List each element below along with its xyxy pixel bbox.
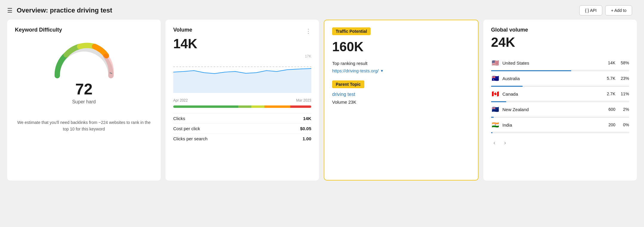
country-row: 🇺🇸 United States 14K 58% bbox=[491, 56, 629, 70]
parent-topic-link[interactable]: driving test bbox=[332, 92, 470, 97]
country-pct: 58% bbox=[618, 60, 629, 65]
volume-chart: 17K bbox=[173, 54, 311, 96]
traffic-badge: Traffic Potential bbox=[332, 27, 371, 35]
country-volume: 14K bbox=[603, 60, 615, 65]
flag-icon: 🇺🇸 bbox=[491, 59, 499, 66]
stat-label: Clicks bbox=[173, 114, 277, 124]
page-title: Overview: practice driving test bbox=[17, 7, 112, 14]
gauge-chart bbox=[51, 41, 117, 80]
kd-value: 72 bbox=[75, 80, 93, 98]
country-pct: 0% bbox=[618, 122, 629, 127]
prev-page-button[interactable]: ‹ bbox=[491, 139, 498, 147]
cards-row: Keyword Difficulty 72 Super hard W bbox=[0, 20, 644, 188]
country-name: Canada bbox=[502, 91, 600, 97]
volume-title: Volume bbox=[173, 27, 192, 33]
pagination-row: ‹ › bbox=[491, 139, 629, 147]
volume-card: Volume ⋮ 14K 17K Apr 2022 Mar 2023 bbox=[165, 20, 319, 181]
header-buttons: { } API + Add to bbox=[579, 5, 632, 15]
hamburger-icon[interactable]: ☰ bbox=[7, 7, 13, 14]
parent-topic-badge: Parent Topic bbox=[332, 80, 364, 88]
table-row: Clicks 14K bbox=[173, 114, 311, 124]
global-title: Global volume bbox=[491, 27, 629, 33]
table-row: Clicks per search 1.00 bbox=[173, 134, 311, 144]
chart-date-end: Mar 2023 bbox=[296, 98, 311, 102]
global-volume-card: Global volume 24K 🇺🇸 United States 14K 5… bbox=[483, 20, 637, 181]
kd-description: We estimate that you'll need backlinks f… bbox=[15, 119, 153, 132]
dropdown-icon[interactable]: ▼ bbox=[380, 69, 384, 73]
table-row: Cost per click $0.05 bbox=[173, 124, 311, 134]
country-bar-container bbox=[491, 101, 629, 102]
volume-value: 14K bbox=[173, 36, 311, 51]
country-name: New Zealand bbox=[502, 107, 600, 112]
country-bar bbox=[491, 70, 571, 71]
country-volume: 5.7K bbox=[603, 76, 615, 81]
top-ranking-url[interactable]: https://driving-tests.org/ ▼ bbox=[332, 68, 470, 73]
stat-label: Clicks per search bbox=[173, 134, 277, 144]
country-volume: 2.7K bbox=[603, 91, 615, 96]
country-block: 🇦🇺 Australia 5.7K 23% bbox=[491, 72, 629, 87]
stats-table: Clicks 14K Cost per click $0.05 Clicks p… bbox=[173, 113, 311, 144]
addto-button[interactable]: + Add to bbox=[605, 5, 632, 15]
country-row: 🇨🇦 Canada 2.7K 11% bbox=[491, 87, 629, 101]
chart-date-row: Apr 2022 Mar 2023 bbox=[173, 98, 311, 102]
global-value: 24K bbox=[491, 35, 629, 50]
traffic-potential-card: Traffic Potential 160K Top ranking resul… bbox=[324, 20, 479, 181]
country-bar bbox=[491, 117, 494, 118]
volume-header-row: Volume ⋮ bbox=[173, 27, 311, 35]
country-volume: 200 bbox=[603, 122, 615, 127]
country-row: 🇮🇳 India 200 0% bbox=[491, 118, 629, 132]
stat-value: 14K bbox=[277, 114, 311, 124]
country-bar-container bbox=[491, 86, 629, 87]
flag-icon: 🇮🇳 bbox=[491, 121, 499, 128]
stat-value: 1.00 bbox=[277, 134, 311, 144]
keyword-difficulty-card: Keyword Difficulty 72 Super hard W bbox=[7, 20, 161, 181]
header-left: ☰ Overview: practice driving test bbox=[7, 7, 112, 14]
country-volume: 600 bbox=[603, 107, 615, 112]
country-bar bbox=[491, 101, 506, 102]
flag-icon: 🇦🇺 bbox=[491, 75, 499, 82]
countries-list: 🇺🇸 United States 14K 58% 🇦🇺 Australia 5.… bbox=[491, 56, 629, 133]
country-name: United States bbox=[502, 60, 600, 66]
country-bar bbox=[491, 132, 493, 133]
country-block: 🇮🇳 India 200 0% bbox=[491, 118, 629, 133]
stat-label: Cost per click bbox=[173, 124, 277, 134]
gauge-container: 72 Super hard bbox=[15, 41, 153, 105]
traffic-value: 160K bbox=[332, 39, 470, 54]
kd-title: Keyword Difficulty bbox=[15, 27, 62, 33]
three-dots-menu[interactable]: ⋮ bbox=[305, 27, 311, 35]
country-name: Australia bbox=[502, 76, 600, 81]
country-block: 🇺🇸 United States 14K 58% bbox=[491, 56, 629, 71]
country-block: 🇨🇦 Canada 2.7K 11% bbox=[491, 87, 629, 102]
stat-value: $0.05 bbox=[277, 124, 311, 134]
country-row: 🇦🇺 Australia 5.7K 23% bbox=[491, 72, 629, 85]
line-chart-svg bbox=[173, 54, 311, 93]
progress-bars bbox=[173, 105, 311, 108]
api-button[interactable]: { } API bbox=[579, 5, 602, 15]
country-bar-container bbox=[491, 117, 629, 118]
country-bar-container bbox=[491, 132, 629, 133]
top-ranking-label: Top ranking result bbox=[332, 61, 470, 66]
country-pct: 11% bbox=[618, 91, 629, 96]
parent-volume: Volume 23K bbox=[332, 99, 470, 105]
country-row: 🇳🇿 New Zealand 600 2% bbox=[491, 103, 629, 116]
country-bar-container bbox=[491, 70, 629, 71]
country-name: India bbox=[502, 122, 600, 128]
header: ☰ Overview: practice driving test { } AP… bbox=[0, 0, 644, 20]
kd-label: Super hard bbox=[72, 99, 96, 105]
country-pct: 23% bbox=[618, 76, 629, 81]
flag-icon: 🇳🇿 bbox=[491, 106, 499, 113]
chart-date-start: Apr 2022 bbox=[173, 98, 188, 102]
flag-icon: 🇨🇦 bbox=[491, 90, 499, 97]
country-block: 🇳🇿 New Zealand 600 2% bbox=[491, 103, 629, 118]
next-page-button[interactable]: › bbox=[502, 139, 508, 147]
chart-max-label: 17K bbox=[305, 54, 311, 58]
country-bar bbox=[491, 86, 523, 87]
country-pct: 2% bbox=[618, 107, 629, 112]
